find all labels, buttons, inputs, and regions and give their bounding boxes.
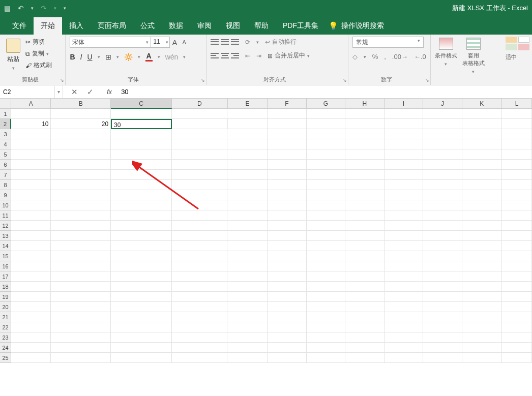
cell[interactable]	[462, 282, 502, 292]
cell[interactable]	[172, 241, 228, 251]
cell[interactable]: 20	[51, 119, 111, 129]
cell[interactable]	[172, 282, 228, 292]
cell[interactable]	[227, 109, 267, 119]
cell[interactable]	[51, 190, 111, 200]
cell[interactable]	[111, 190, 172, 200]
cell[interactable]	[268, 210, 307, 221]
cell[interactable]	[51, 210, 111, 221]
cell[interactable]	[11, 282, 51, 292]
cell[interactable]	[423, 170, 462, 180]
cell[interactable]	[345, 312, 385, 322]
cell[interactable]: 30	[111, 119, 172, 129]
cell[interactable]	[227, 139, 267, 149]
cell[interactable]	[345, 129, 385, 139]
comma-button[interactable]: ,	[384, 53, 386, 60]
cell[interactable]	[502, 271, 532, 282]
cell[interactable]	[268, 190, 307, 200]
cell[interactable]	[111, 343, 172, 353]
cell[interactable]	[385, 271, 424, 282]
cell[interactable]	[51, 292, 111, 302]
cell[interactable]	[111, 292, 172, 302]
cell[interactable]	[11, 221, 51, 231]
cell[interactable]	[11, 302, 51, 312]
chevron-down-icon[interactable]: ▾	[98, 54, 100, 59]
cell[interactable]	[345, 109, 385, 119]
tab-page-layout[interactable]: 页面布局	[91, 17, 133, 35]
cell[interactable]: 10	[11, 119, 51, 129]
cell[interactable]	[11, 139, 51, 149]
cell[interactable]	[11, 353, 51, 363]
cell[interactable]	[172, 302, 228, 312]
cell[interactable]	[423, 261, 462, 271]
cell[interactable]	[345, 180, 385, 190]
cell[interactable]	[172, 221, 228, 231]
redo-drop-icon[interactable]: ▾	[54, 6, 56, 11]
cell[interactable]	[502, 221, 532, 231]
cell[interactable]	[385, 170, 424, 180]
italic-button[interactable]: I	[80, 53, 82, 61]
cell[interactable]	[268, 139, 307, 149]
row-header[interactable]: 8	[0, 180, 11, 190]
cell[interactable]	[11, 271, 51, 282]
cell[interactable]	[11, 109, 51, 119]
cell[interactable]	[502, 170, 532, 180]
tell-me-search[interactable]: 操作说明搜索	[341, 17, 391, 35]
cell[interactable]	[385, 292, 424, 302]
cell[interactable]	[423, 190, 462, 200]
cell[interactable]	[227, 322, 267, 332]
cell[interactable]	[227, 190, 267, 200]
underline-button[interactable]: U	[87, 53, 92, 61]
cell[interactable]	[11, 261, 51, 271]
cell[interactable]	[227, 353, 267, 363]
tab-data[interactable]: 数据	[162, 17, 190, 35]
cell[interactable]	[502, 119, 532, 129]
format-painter-button[interactable]: 🖌格式刷	[25, 61, 52, 70]
cell[interactable]	[172, 322, 228, 332]
cell[interactable]	[385, 282, 424, 292]
cell[interactable]	[268, 282, 307, 292]
cell[interactable]	[462, 322, 502, 332]
cell[interactable]	[51, 231, 111, 241]
cell[interactable]	[268, 302, 307, 312]
cell[interactable]	[268, 322, 307, 332]
cell[interactable]	[423, 343, 462, 353]
number-format-combo[interactable]: 常规 ▾	[352, 37, 424, 48]
cell[interactable]	[345, 271, 385, 282]
cell[interactable]	[268, 231, 307, 241]
cell[interactable]	[227, 292, 267, 302]
cell[interactable]	[172, 251, 228, 261]
cell[interactable]	[462, 231, 502, 241]
chevron-down-icon[interactable]: ▾	[183, 54, 186, 59]
cell[interactable]	[345, 149, 385, 160]
cell[interactable]	[111, 139, 172, 149]
undo-icon[interactable]: ↶	[18, 4, 24, 12]
row-header[interactable]: 19	[0, 292, 11, 302]
cell[interactable]	[227, 241, 267, 251]
cell[interactable]	[227, 261, 267, 271]
cell[interactable]	[462, 251, 502, 261]
cell[interactable]	[11, 322, 51, 332]
phonetic-button[interactable]: wén	[165, 53, 179, 61]
tab-review[interactable]: 审阅	[190, 17, 219, 35]
accounting-format-button[interactable]: ◇	[352, 53, 358, 60]
cell[interactable]	[111, 271, 172, 282]
cell[interactable]	[502, 322, 532, 332]
cell[interactable]	[423, 241, 462, 251]
cell[interactable]	[423, 302, 462, 312]
cell[interactable]	[228, 119, 268, 129]
align-center-button[interactable]	[221, 52, 229, 59]
cell[interactable]	[385, 302, 424, 312]
conditional-formatting-button[interactable]: 条件格式 ▾	[435, 38, 457, 67]
cell[interactable]	[268, 332, 307, 343]
shrink-font-icon[interactable]: A	[181, 39, 187, 45]
row-header[interactable]: 20	[0, 302, 11, 312]
cell[interactable]	[227, 210, 267, 221]
cell[interactable]	[423, 312, 462, 322]
copy-button[interactable]: ⧉复制▾	[25, 49, 52, 58]
cell[interactable]	[345, 353, 385, 363]
cell[interactable]	[51, 241, 111, 251]
increase-decimal-button[interactable]: .00→	[392, 53, 408, 60]
chevron-down-icon[interactable]: ▾	[364, 54, 366, 59]
cell[interactable]	[268, 271, 307, 282]
column-header[interactable]: K	[462, 99, 502, 109]
